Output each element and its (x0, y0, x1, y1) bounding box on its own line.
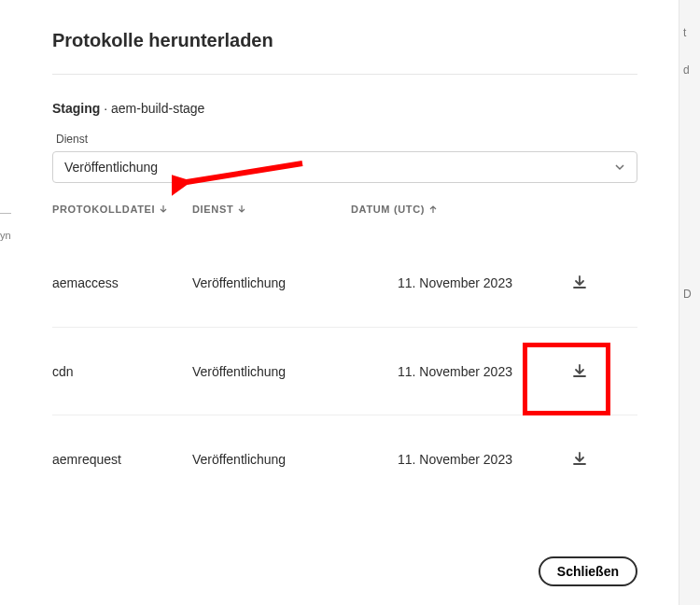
sort-down-icon (159, 204, 168, 214)
cell-file: aemaccess (52, 275, 192, 290)
service-select-value: Veröffentlichung (64, 160, 158, 175)
cell-file: cdn (52, 364, 192, 379)
download-icon (570, 450, 589, 469)
table-row: cdn Veröffentlichung 11. November 2023 (52, 327, 637, 415)
cell-date: 11. November 2023 (351, 275, 547, 290)
bg-frag: yn (0, 230, 11, 241)
bg-frag: d (683, 63, 690, 77)
download-button[interactable] (568, 272, 591, 294)
cell-file: aemrequest (52, 452, 192, 467)
sort-up-icon (428, 204, 438, 214)
bg-frag: t (683, 26, 686, 39)
dialog-title: Protokolle herunterladen (52, 30, 637, 51)
service-field-label: Dienst (56, 133, 637, 146)
table-row: aemrequest Veröffentlichung 11. November… (52, 415, 637, 502)
bg-frag: D (683, 288, 692, 301)
table-scroll-area[interactable]: aemaccess Veröffentlichung 11. November … (52, 222, 637, 502)
table-header: PROTOKOLLDATEI DIENST DATUM (UTC) (52, 196, 637, 222)
table-row: aemaccess Veröffentlichung 11. November … (52, 239, 637, 327)
env-label: Staging (52, 101, 100, 116)
environment-line: Staging · aem-build-stage (52, 101, 637, 116)
download-icon (570, 362, 589, 381)
col-header-service[interactable]: DIENST (192, 204, 351, 215)
service-select[interactable]: Veröffentlichung (52, 151, 637, 183)
col-header-file[interactable]: PROTOKOLLDATEI (52, 204, 192, 215)
chevron-down-icon (614, 162, 625, 173)
close-button[interactable]: Schließen (539, 556, 637, 586)
download-icon (570, 274, 589, 292)
cell-service: Veröffentlichung (192, 364, 351, 379)
download-button[interactable] (568, 360, 591, 383)
download-button[interactable] (568, 448, 591, 471)
download-logs-dialog: Protokolle herunterladen Staging · aem-b… (11, 0, 679, 605)
cell-service: Veröffentlichung (192, 452, 351, 467)
cell-date: 11. November 2023 (351, 364, 547, 379)
cell-date: 11. November 2023 (351, 452, 547, 467)
sort-down-icon (237, 204, 246, 214)
env-name: aem-build-stage (111, 101, 204, 116)
col-header-date[interactable]: DATUM (UTC) (351, 204, 547, 215)
logs-table: PROTOKOLLDATEI DIENST DATUM (UTC) aemacc… (52, 196, 637, 502)
cell-service: Veröffentlichung (192, 275, 351, 290)
divider (52, 74, 637, 75)
